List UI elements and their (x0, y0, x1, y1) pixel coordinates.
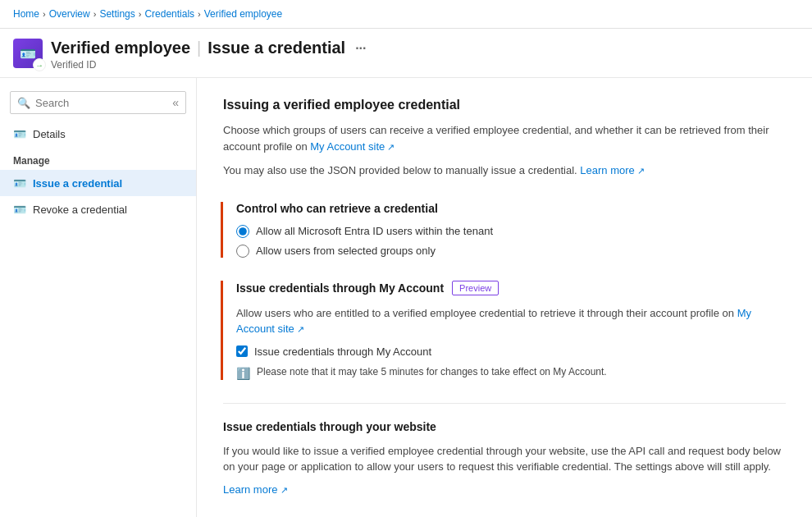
breadcrumb-overview[interactable]: Overview (49, 8, 90, 20)
breadcrumb-home[interactable]: Home (13, 8, 39, 20)
collapse-button[interactable]: « (172, 96, 179, 109)
id-icon: 🪪 (20, 46, 36, 62)
intro-paragraph: Choose which groups of users can receive… (223, 122, 786, 154)
search-input[interactable] (35, 97, 167, 109)
page-subtitle: Verified ID (51, 59, 799, 71)
page-icon: 🪪 (13, 39, 43, 68)
issue-credential-icon: 🪪 (13, 176, 26, 190)
chevron-icon: › (139, 9, 142, 19)
sidebar-item-label: Details (33, 128, 66, 140)
radio-all-users[interactable]: Allow all Microsoft Entra ID users withi… (236, 225, 786, 238)
sidebar-manage-label: Manage (0, 147, 196, 170)
sidebar-item-label: Revoke a credential (33, 204, 127, 216)
page-header: 🪪 Verified employee | Issue a credential… (0, 29, 812, 78)
radio-group: Allow all Microsoft Entra ID users withi… (236, 225, 786, 258)
chevron-icon: › (94, 9, 97, 19)
sidebar-item-revoke-credential[interactable]: 🪪 Revoke a credential (0, 196, 196, 222)
title-separator: | (197, 39, 201, 57)
preview-badge: Preview (452, 281, 499, 295)
sidebar-item-details[interactable]: 🪪 Details (0, 121, 196, 147)
info-note-text: Please note that it may take 5 minutes f… (257, 366, 607, 377)
website-section: Issue credentials through your website I… (223, 420, 786, 496)
chevron-icon: › (43, 9, 46, 19)
divider (223, 403, 786, 404)
more-options-button[interactable]: ··· (355, 41, 366, 56)
page-subtitle-prefix: Issue a credential (208, 39, 345, 57)
issue-my-account-input[interactable] (236, 345, 248, 357)
sidebar-item-issue-credential[interactable]: 🪪 Issue a credential (0, 170, 196, 196)
page-title-wrap: Verified employee | Issue a credential ·… (51, 39, 799, 71)
breadcrumb-current: Verified employee (204, 8, 282, 20)
intro-section: Issuing a verified employee credential C… (223, 98, 786, 179)
my-account-section: Issue credentials through My Account Pre… (221, 281, 786, 380)
chevron-icon: › (198, 9, 201, 19)
details-icon: 🪪 (13, 127, 26, 140)
breadcrumb: Home › Overview › Settings › Credentials… (0, 0, 812, 29)
learn-more-link-2[interactable]: Learn more (223, 483, 288, 496)
search-box[interactable]: 🔍 « (10, 91, 186, 114)
my-account-site-link-1[interactable]: My Account site (310, 140, 395, 153)
radio-selected-groups-input[interactable] (236, 245, 249, 258)
radio-all-users-label: Allow all Microsoft Entra ID users withi… (256, 225, 493, 237)
section2-desc: Allow users who are entitled to a verifi… (236, 305, 786, 337)
page-title-text: Verified employee (51, 39, 190, 57)
breadcrumb-settings[interactable]: Settings (99, 8, 135, 20)
section2-title: Issue credentials through My Account Pre… (236, 281, 786, 295)
checkbox-label: Issue credentials through My Account (254, 345, 431, 358)
intro-paragraph-2: You may also use the JSON provided below… (223, 162, 786, 179)
search-icon: 🔍 (17, 97, 30, 109)
page-title: Verified employee | Issue a credential ·… (51, 39, 799, 57)
breadcrumb-credentials[interactable]: Credentials (144, 8, 194, 20)
sidebar-item-label: Issue a credential (33, 177, 122, 190)
radio-all-users-input[interactable] (236, 225, 249, 238)
section3-desc: If you would like to issue a verified em… (223, 443, 786, 475)
main-content: Issuing a verified employee credential C… (197, 78, 812, 517)
control-section: Control who can retrieve a credential Al… (221, 202, 786, 258)
info-note: ℹ️ Please note that it may take 5 minute… (236, 366, 786, 380)
learn-more-link-1[interactable]: Learn more (580, 164, 645, 176)
revoke-credential-icon: 🪪 (13, 203, 26, 216)
radio-selected-groups-label: Allow users from selected groups only (256, 245, 436, 257)
section1-title: Control who can retrieve a credential (236, 202, 786, 215)
info-icon: ℹ️ (236, 367, 250, 380)
main-title: Issuing a verified employee credential (223, 98, 786, 112)
sidebar: 🔍 « 🪪 Details Manage 🪪 Issue a credentia… (0, 78, 197, 517)
radio-selected-groups[interactable]: Allow users from selected groups only (236, 245, 786, 258)
main-layout: 🔍 « 🪪 Details Manage 🪪 Issue a credentia… (0, 78, 812, 517)
issue-my-account-checkbox[interactable]: Issue credentials through My Account (236, 345, 786, 358)
section3-title: Issue credentials through your website (223, 420, 786, 433)
